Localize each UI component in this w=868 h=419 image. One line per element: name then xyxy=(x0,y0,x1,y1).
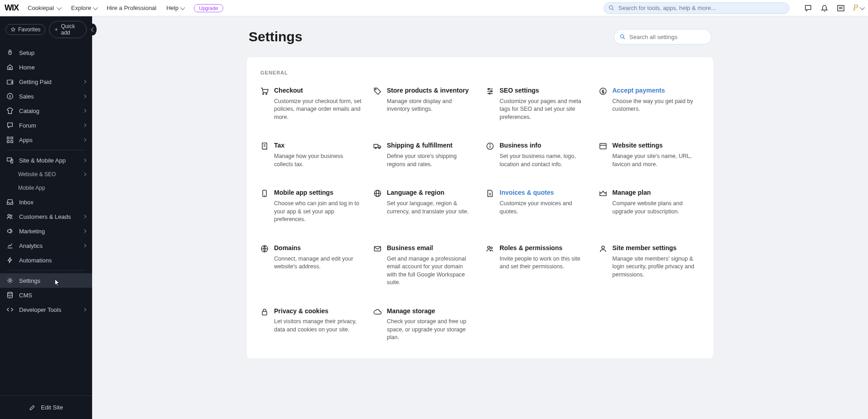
users-icon xyxy=(6,213,14,220)
tile-storage[interactable]: Manage storage Check your storage and fr… xyxy=(373,307,475,342)
tile-desc: Let visitors manage their privacy, data … xyxy=(274,318,362,334)
tile-title: Language & region xyxy=(387,188,475,197)
avatar-letter: P xyxy=(853,3,858,13)
tile-checkout[interactable]: Checkout Customize your checkout form, s… xyxy=(260,86,362,121)
tile-accept-payments[interactable]: Accept payments Choose the way you get p… xyxy=(599,86,700,121)
topbar: WIX Cookiepal Explore Hire a Professiona… xyxy=(0,0,868,16)
sidebar: Favorites Quick add Setup Home Getting P… xyxy=(0,16,92,419)
site-dropdown[interactable]: Cookiepal xyxy=(25,5,63,11)
help-link[interactable]: Help xyxy=(165,5,186,11)
sidebar-item-getting-paid[interactable]: Getting Paid xyxy=(0,74,92,89)
explore-link[interactable]: Explore xyxy=(69,5,98,11)
site-name: Cookiepal xyxy=(28,5,54,11)
tile-title: SEO settings xyxy=(500,86,587,95)
chevron-right-icon xyxy=(83,109,86,113)
tile-invoices[interactable]: Invoices & quotes Customize your invoice… xyxy=(486,188,587,223)
sidebar-item-forum[interactable]: Forum xyxy=(0,118,92,133)
tile-desc: Connect, manage and edit your website's … xyxy=(274,255,362,271)
tile-domains[interactable]: Domains Connect, manage and edit your we… xyxy=(260,244,362,287)
tile-website-settings[interactable]: Website settings Manage your site's name… xyxy=(599,141,700,168)
chevron-right-icon xyxy=(83,80,86,84)
sidebar-item-label: Customers & Leads xyxy=(19,213,78,220)
sidebar-item-mobile-app[interactable]: Mobile App xyxy=(18,181,92,195)
star-icon xyxy=(10,27,16,32)
tile-roles[interactable]: Roles & permissions Invite people to wor… xyxy=(486,244,587,287)
tile-title: Tax xyxy=(274,141,362,150)
sidebar-item-label: Getting Paid xyxy=(19,79,78,85)
sidebar-item-catalog[interactable]: Catalog xyxy=(0,104,92,118)
sidebar-item-site-mobile[interactable]: Site & Mobile App xyxy=(0,153,92,168)
sidebar-item-label: Marketing xyxy=(19,228,78,235)
settings-search[interactable] xyxy=(614,29,711,44)
sidebar-item-label: Inbox xyxy=(19,199,86,206)
wix-logo[interactable]: WIX xyxy=(5,3,19,13)
chevron-right-icon xyxy=(83,215,86,218)
tile-tax[interactable]: Tax Manage how your business collects ta… xyxy=(260,141,362,168)
tile-privacy[interactable]: Privacy & cookies Let visitors manage th… xyxy=(260,307,362,342)
sidebar-item-apps[interactable]: Apps xyxy=(0,133,92,147)
main: Settings GENERAL Checkout Customize your… xyxy=(92,16,868,419)
tile-site-member[interactable]: Site member settings Manage site members… xyxy=(599,244,700,287)
hire-link[interactable]: Hire a Professional xyxy=(105,5,158,11)
sidebar-item-home[interactable]: Home xyxy=(0,60,92,74)
tile-title: Privacy & cookies xyxy=(274,307,362,315)
chevron-down-icon xyxy=(57,5,62,10)
tile-desc: Manage your site's name, URL, favicon an… xyxy=(613,153,700,168)
tile-desc: Compare website plans and upgrade your s… xyxy=(613,200,700,216)
sidebar-item-sales[interactable]: Sales xyxy=(0,89,92,104)
sidebar-item-setup[interactable]: Setup xyxy=(0,45,92,60)
cart-icon xyxy=(260,87,269,95)
tile-business-email[interactable]: Business email Get and manage a professi… xyxy=(373,244,475,287)
sidebar-item-settings[interactable]: Settings xyxy=(0,273,92,288)
tile-desc: Get and manage a professional email acco… xyxy=(387,255,475,287)
sidebar-item-inbox[interactable]: Inbox xyxy=(0,195,92,209)
upgrade-button[interactable]: Upgrade xyxy=(194,4,223,12)
page-title: Settings xyxy=(249,29,302,44)
dollar-icon xyxy=(599,87,607,95)
tile-shipping[interactable]: Shipping & fulfillment Define your store… xyxy=(373,141,475,168)
chevron-right-icon xyxy=(83,308,86,311)
chevron-right-icon xyxy=(83,173,86,176)
tile-desc: Manage store display and inventory setti… xyxy=(387,98,475,113)
database-icon xyxy=(6,291,14,299)
tile-title: Store products & inventory xyxy=(387,86,475,95)
tile-business-info[interactable]: Business info Set your business name, lo… xyxy=(486,141,587,168)
tile-seo[interactable]: SEO settings Customize your pages and me… xyxy=(486,86,587,121)
tile-manage-plan[interactable]: Manage plan Compare website plans and up… xyxy=(599,188,700,223)
lock-icon xyxy=(260,308,269,316)
code-icon xyxy=(6,306,14,313)
edit-site-button[interactable]: Edit Site xyxy=(0,400,92,414)
sidebar-collapse-button[interactable] xyxy=(88,24,97,35)
pencil-icon xyxy=(29,404,35,411)
avatar-dropdown[interactable]: P xyxy=(853,3,863,13)
sidebar-item-analytics[interactable]: Analytics xyxy=(0,238,92,253)
top-search[interactable]: Search for tools, apps, help & more... xyxy=(603,2,790,14)
file-icon xyxy=(486,189,494,197)
tile-desc: Customize your pages and meta tags for S… xyxy=(500,98,587,122)
sidebar-item-marketing[interactable]: Marketing xyxy=(0,224,92,238)
chat-icon[interactable] xyxy=(804,4,812,12)
settings-search-input[interactable] xyxy=(629,34,706,40)
tile-desc: Customize your invoices and quotes. xyxy=(500,200,587,216)
sidebar-item-label: Sales xyxy=(19,93,78,100)
sidebar-item-customers-leads[interactable]: Customers & Leads xyxy=(0,209,92,224)
favorites-button[interactable]: Favorites xyxy=(5,24,45,35)
tile-title: Shipping & fulfillment xyxy=(387,141,475,150)
sidebar-item-cms[interactable]: CMS xyxy=(0,288,92,302)
bell-icon[interactable] xyxy=(820,4,829,12)
quick-add-button[interactable]: Quick add xyxy=(49,21,87,38)
devices-icon xyxy=(6,157,14,164)
tile-language-region[interactable]: Language & region Set your language, reg… xyxy=(373,188,475,223)
person-icon xyxy=(599,245,607,253)
plus-icon xyxy=(54,27,59,32)
chevron-down-icon xyxy=(860,5,865,10)
tile-desc: Set your language, region & currency, an… xyxy=(387,200,475,216)
tile-desc: Check your storage and free up space, or… xyxy=(387,318,475,342)
tile-store-products[interactable]: Store products & inventory Manage store … xyxy=(373,86,475,121)
sidebar-item-website-seo[interactable]: Website & SEO xyxy=(18,168,92,181)
news-icon[interactable] xyxy=(837,4,845,12)
t-shirt-icon xyxy=(6,107,14,114)
sidebar-item-automations[interactable]: Automations xyxy=(0,253,92,267)
tile-mobile-app-settings[interactable]: Mobile app settings Choose who can join … xyxy=(260,188,362,223)
sidebar-item-devtools[interactable]: Developer Tools xyxy=(0,302,92,317)
